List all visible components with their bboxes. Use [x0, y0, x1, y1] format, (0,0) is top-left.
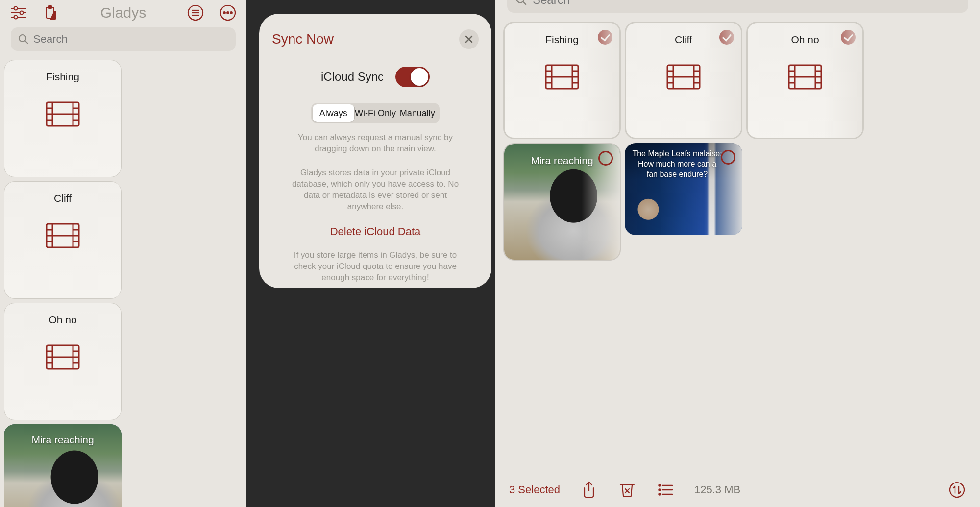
card-title: Oh no — [49, 314, 76, 326]
selection-checkmark-icon[interactable] — [598, 30, 612, 45]
svg-point-16 — [19, 35, 26, 42]
segment-manual[interactable]: Manually — [396, 104, 438, 122]
card-title: Mira reaching — [31, 434, 94, 446]
card-title: Oh no — [791, 34, 819, 46]
search-icon — [515, 0, 528, 6]
film-icon — [46, 101, 80, 127]
svg-line-45 — [523, 1, 526, 5]
share-icon[interactable] — [580, 481, 598, 499]
modal-header: Sync Now — [272, 29, 479, 49]
card-text: The Maple Leafs malaise: How much more c… — [625, 143, 742, 185]
svg-point-1 — [14, 7, 18, 10]
card-title: Fishing — [545, 34, 579, 46]
item-card-article[interactable]: The Maple Leafs malaise: How much more c… — [625, 143, 742, 235]
topbar: Gladys — [0, 0, 246, 27]
card-title: Cliff — [54, 193, 72, 204]
selection-circle-icon[interactable] — [721, 150, 735, 165]
labels-icon[interactable] — [187, 4, 204, 22]
card-title: Cliff — [675, 34, 692, 46]
total-size-label: 125.3 MB — [694, 483, 740, 496]
item-card-mira[interactable]: Mira reaching — [4, 424, 122, 507]
segment-always[interactable]: Always — [313, 104, 354, 122]
more-icon[interactable] — [219, 4, 237, 22]
item-grid: Fishing Cliff Oh no — [0, 60, 246, 507]
sync-modal: Sync Now iCloud Sync Always Wi-Fi Only M… — [259, 14, 491, 288]
search-icon — [18, 33, 29, 45]
item-card-cliff[interactable]: Cliff — [4, 181, 122, 299]
selection-toolbar: 3 Selected 125.3 MB — [495, 472, 980, 507]
svg-point-15 — [230, 12, 232, 14]
film-icon — [46, 344, 80, 370]
close-icon — [465, 35, 473, 44]
selection-circle-icon[interactable] — [598, 151, 613, 166]
icloud-sync-label: iCloud Sync — [321, 70, 384, 84]
list-icon[interactable] — [656, 481, 675, 499]
card-title: Mira reaching — [531, 155, 593, 167]
delete-icon[interactable] — [618, 481, 637, 499]
search-input[interactable] — [33, 33, 229, 46]
app-title: Gladys — [60, 4, 187, 21]
item-card-oh-no[interactable]: Oh no — [4, 303, 122, 420]
sync-now-button[interactable]: Sync Now — [272, 31, 334, 47]
svg-rect-7 — [48, 6, 52, 8]
selection-checkmark-icon[interactable] — [719, 30, 734, 45]
selected-count-label: 3 Selected — [509, 483, 560, 496]
film-icon — [545, 64, 579, 90]
settings-icon[interactable] — [10, 4, 27, 22]
svg-point-3 — [20, 11, 24, 15]
selection-checkmark-icon[interactable] — [841, 30, 856, 45]
selection-panel: Fishing Cliff Oh no Mira reaching The M — [495, 0, 980, 507]
segment-wifi[interactable]: Wi-Fi Only — [355, 104, 396, 122]
svg-point-5 — [14, 16, 18, 19]
film-icon — [666, 64, 701, 90]
item-card-mira[interactable]: Mira reaching — [503, 143, 621, 261]
hint-quota: If you store large items in Gladys, be s… — [272, 250, 479, 284]
sort-icon[interactable] — [948, 481, 966, 499]
delete-icloud-button[interactable]: Delete iCloud Data — [272, 225, 479, 238]
svg-point-74 — [659, 489, 660, 490]
film-icon — [46, 223, 80, 248]
search-input[interactable] — [533, 0, 960, 7]
paste-icon[interactable] — [42, 4, 60, 22]
icloud-sync-toggle[interactable] — [395, 67, 430, 87]
svg-point-14 — [227, 12, 229, 14]
sync-mode-segmented[interactable]: Always Wi-Fi Only Manually — [311, 103, 440, 123]
sync-modal-panel: Sync Now iCloud Sync Always Wi-Fi Only M… — [246, 0, 495, 507]
close-button[interactable] — [459, 29, 479, 49]
svg-line-17 — [25, 41, 28, 44]
hint-privacy: Gladys stores data in your private iClou… — [272, 168, 479, 213]
item-grid: Fishing Cliff Oh no Mira reaching The M — [495, 22, 980, 472]
item-card-fishing[interactable]: Fishing — [503, 22, 621, 139]
main-view-panel: Gladys Fishing — [0, 0, 246, 507]
icloud-sync-row: iCloud Sync — [272, 67, 479, 87]
film-icon — [788, 64, 822, 90]
item-card-fishing[interactable]: Fishing — [4, 60, 122, 177]
hint-manual-sync: You can always request a manual sync by … — [272, 132, 479, 155]
item-card-cliff[interactable]: Cliff — [625, 22, 742, 139]
search-bar[interactable] — [11, 27, 236, 51]
svg-point-76 — [659, 493, 660, 495]
card-title: Fishing — [46, 71, 79, 83]
svg-point-72 — [659, 484, 660, 486]
svg-point-78 — [950, 483, 964, 497]
item-card-oh-no[interactable]: Oh no — [746, 22, 864, 139]
svg-point-13 — [223, 12, 225, 14]
search-bar[interactable] — [507, 0, 968, 13]
